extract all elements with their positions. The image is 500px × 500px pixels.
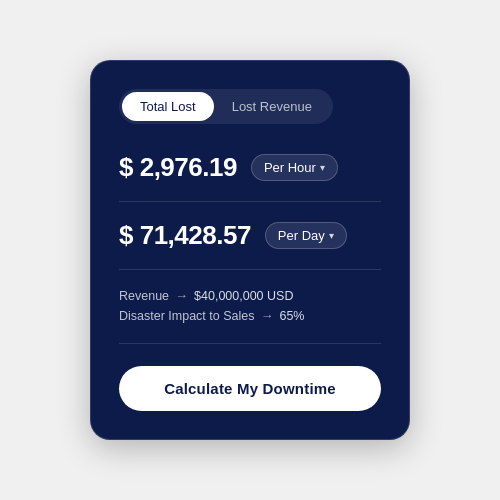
info-value-disaster: 65% bbox=[279, 309, 304, 323]
period-dropdown-day[interactable]: Per Day ▾ bbox=[265, 222, 347, 249]
metric-row-day: $ 71,428.57 Per Day ▾ bbox=[119, 220, 381, 251]
chevron-icon-hour: ▾ bbox=[320, 162, 325, 173]
info-row-disaster: Disaster Impact to Sales → 65% bbox=[119, 308, 381, 323]
tab-group: Total Lost Lost Revenue bbox=[119, 89, 333, 124]
info-label-disaster: Disaster Impact to Sales bbox=[119, 309, 254, 323]
tab-total-lost[interactable]: Total Lost bbox=[122, 92, 214, 121]
period-label-day: Per Day bbox=[278, 228, 325, 243]
calculate-downtime-button[interactable]: Calculate My Downtime bbox=[119, 366, 381, 411]
calculator-card: Total Lost Lost Revenue $ 2,976.19 Per H… bbox=[90, 60, 410, 440]
info-row-revenue: Revenue → $40,000,000 USD bbox=[119, 288, 381, 303]
divider-3 bbox=[119, 343, 381, 344]
chevron-icon-day: ▾ bbox=[329, 230, 334, 241]
arrow-icon-revenue: → bbox=[175, 288, 188, 303]
divider-2 bbox=[119, 269, 381, 270]
period-label-hour: Per Hour bbox=[264, 160, 316, 175]
arrow-icon-disaster: → bbox=[260, 308, 273, 323]
info-label-revenue: Revenue bbox=[119, 289, 169, 303]
tab-lost-revenue[interactable]: Lost Revenue bbox=[214, 92, 330, 121]
metric-row-hour: $ 2,976.19 Per Hour ▾ bbox=[119, 152, 381, 183]
info-value-revenue: $40,000,000 USD bbox=[194, 289, 293, 303]
amount-per-hour: $ 2,976.19 bbox=[119, 152, 237, 183]
divider-1 bbox=[119, 201, 381, 202]
info-section: Revenue → $40,000,000 USD Disaster Impac… bbox=[119, 288, 381, 323]
amount-per-day: $ 71,428.57 bbox=[119, 220, 251, 251]
period-dropdown-hour[interactable]: Per Hour ▾ bbox=[251, 154, 338, 181]
